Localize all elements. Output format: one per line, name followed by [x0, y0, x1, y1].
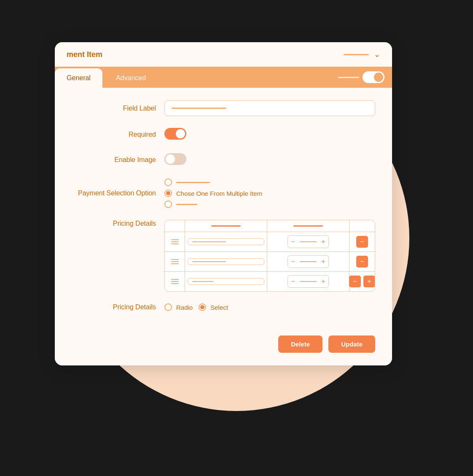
num-value-3	[300, 281, 317, 282]
payment-selection-label: Payment Selection Option	[72, 189, 164, 197]
pricing-details-row: Pricing Details	[72, 220, 375, 292]
delete-row-btn-2[interactable]: −	[356, 256, 368, 268]
tabs-right	[338, 71, 384, 83]
pricing-th-drag	[165, 220, 185, 232]
pricing-display-group: Radio Select	[164, 303, 375, 311]
number-control-3: − +	[288, 275, 329, 288]
pricing-display-row: Pricing Details Radio Select	[72, 303, 375, 311]
payment-selection-row: Payment Selection Option Chose One From …	[72, 178, 375, 208]
payment-option-text: Chose One From Multiple Item	[176, 190, 262, 197]
update-button[interactable]: Update	[328, 335, 375, 353]
header-dash-icon	[344, 54, 369, 55]
modal-header-right: ⌄	[344, 50, 380, 59]
pricing-select-outer	[199, 303, 206, 311]
enable-image-toggle-wrapper	[164, 153, 375, 167]
drag-icon-3	[171, 279, 179, 284]
tabs-bar: General Advanced	[55, 67, 392, 88]
pricing-name-1[interactable]	[185, 232, 267, 252]
required-toggle-wrapper	[164, 128, 375, 141]
radio-outer-3	[164, 200, 172, 208]
radio-outer-1	[164, 178, 172, 186]
action-btns-2: −	[356, 256, 368, 268]
modal-container: ment Item ⌄ General Advanced Field Label	[55, 42, 392, 365]
pricing-radio-outer	[164, 303, 172, 311]
pricing-table-wrapper: − + −	[164, 220, 375, 292]
modal-header: ment Item ⌄	[55, 42, 392, 67]
action-btns-1: −	[356, 236, 368, 248]
required-toggle-thumb	[176, 129, 185, 138]
radio-outer-2	[164, 189, 172, 197]
delete-row-btn-3[interactable]: −	[349, 276, 361, 287]
field-label-label: Field Label	[72, 105, 164, 112]
decrement-btn-3[interactable]: −	[288, 276, 298, 287]
increment-btn-1[interactable]: +	[318, 236, 328, 248]
radio-line-3	[176, 204, 197, 205]
pricing-details-label: Pricing Details	[72, 220, 164, 227]
required-row: Required	[72, 128, 375, 141]
tab-advanced[interactable]: Advanced	[104, 68, 158, 88]
enable-image-label: Enable Image	[72, 156, 164, 164]
drag-icon-1	[171, 239, 179, 244]
table-row: − + −	[165, 252, 375, 272]
pricing-name-2[interactable]	[185, 252, 267, 271]
add-row-btn-3[interactable]: +	[363, 276, 375, 287]
tab-toggle-dash	[338, 77, 359, 78]
payment-selection-options: Chose One From Multiple Item	[164, 178, 375, 208]
action-btns-3: − +	[349, 276, 375, 287]
drag-handle-3[interactable]	[165, 272, 185, 291]
pricing-select-option[interactable]: Select	[199, 303, 228, 311]
pricing-th-actions	[349, 220, 375, 232]
pricing-display-options: Radio Select	[164, 303, 375, 311]
pricing-th-col1	[185, 220, 267, 232]
modal-body: Field Label Required Enable Image	[55, 88, 392, 335]
pricing-actions-3: − +	[349, 272, 375, 291]
enable-image-toggle[interactable]	[164, 153, 186, 165]
pricing-amount-2[interactable]: − +	[267, 252, 349, 271]
required-toggle[interactable]	[164, 128, 186, 140]
delete-row-btn-1[interactable]: −	[356, 236, 368, 248]
modal-title: ment Item	[67, 50, 102, 59]
payment-radio-group: Chose One From Multiple Item	[164, 178, 375, 208]
drag-handle-2[interactable]	[165, 252, 185, 271]
pricing-select-inner	[200, 305, 204, 309]
number-control-1: − +	[288, 235, 329, 248]
pricing-name-3[interactable]	[185, 272, 267, 291]
pricing-radio-option[interactable]: Radio	[164, 303, 193, 311]
radio-inner-2	[166, 191, 170, 195]
pricing-actions-1: −	[349, 232, 375, 252]
decrement-btn-2[interactable]: −	[288, 256, 298, 268]
number-control-2: − +	[288, 255, 329, 268]
pricing-table-header	[165, 220, 375, 232]
field-label-input-wrapper	[164, 100, 375, 116]
increment-btn-2[interactable]: +	[318, 256, 328, 268]
tab-toggle[interactable]	[363, 71, 384, 83]
pricing-th-col2	[267, 220, 349, 232]
delete-button[interactable]: Delete	[278, 335, 322, 353]
num-value-1	[300, 241, 317, 242]
enable-image-row: Enable Image	[72, 153, 375, 167]
increment-btn-3[interactable]: +	[318, 276, 328, 287]
table-row: − + − +	[165, 272, 375, 291]
field-label-placeholder	[172, 108, 226, 109]
decrement-btn-1[interactable]: −	[288, 236, 298, 248]
num-value-2	[300, 261, 317, 262]
pricing-display-label: Pricing Details	[72, 303, 164, 311]
chevron-down-icon[interactable]: ⌄	[374, 50, 380, 59]
tab-general[interactable]: General	[55, 68, 102, 88]
payment-radio-option-1[interactable]	[164, 178, 375, 186]
radio-line-1	[176, 182, 210, 183]
payment-radio-option-2[interactable]: Chose One From Multiple Item	[164, 189, 375, 197]
field-label-row: Field Label	[72, 100, 375, 116]
radio-label: Radio	[176, 304, 193, 311]
pricing-amount-1[interactable]: − +	[267, 232, 349, 252]
table-row: − + −	[165, 232, 375, 252]
drag-icon-2	[171, 259, 179, 264]
pricing-actions-2: −	[349, 252, 375, 271]
pricing-amount-3[interactable]: − +	[267, 272, 349, 291]
required-label: Required	[72, 131, 164, 138]
tab-toggle-thumb	[374, 73, 383, 82]
payment-radio-option-3[interactable]	[164, 200, 375, 208]
select-label: Select	[210, 304, 228, 311]
pricing-table: − + −	[164, 220, 375, 292]
drag-handle-1[interactable]	[165, 232, 185, 252]
